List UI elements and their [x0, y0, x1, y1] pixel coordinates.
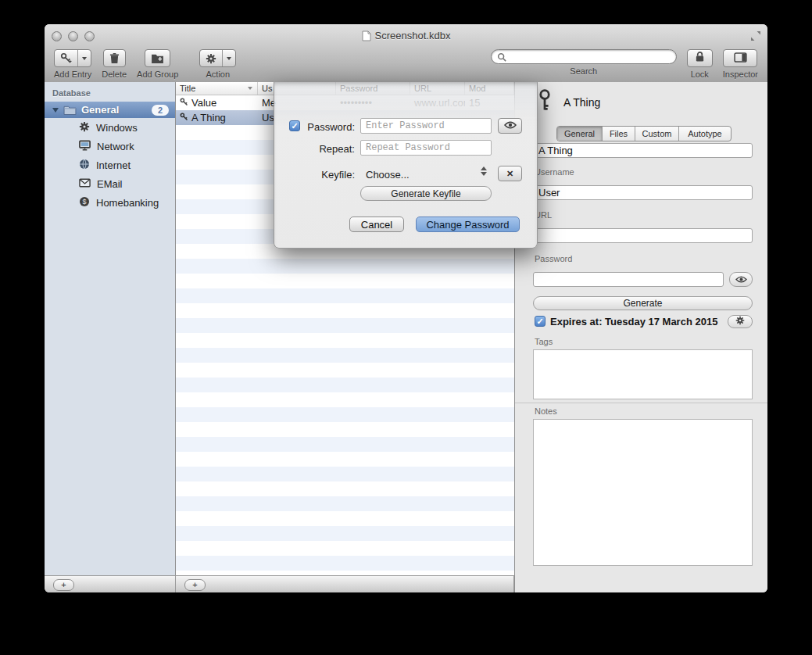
generate-keyfile-button[interactable]: Generate Keyfile — [360, 186, 492, 201]
folder-icon — [63, 105, 77, 115]
sidebar-section-header: Database — [52, 88, 175, 98]
lock-button[interactable]: Lock — [687, 49, 713, 79]
list-row-empty[interactable] — [176, 333, 514, 348]
tab-autotype[interactable]: Autotype — [679, 127, 731, 141]
sheet-repeat-label: Repeat: — [300, 143, 355, 155]
show-password-button[interactable] — [729, 272, 753, 287]
expires-checkbox[interactable]: ✓ — [535, 316, 546, 327]
eye-icon — [735, 274, 747, 285]
add-group-label: Add Group — [137, 70, 178, 79]
sort-arrow-icon — [248, 87, 252, 90]
show-password-button[interactable] — [498, 118, 522, 134]
tab-custom[interactable]: Custom — [635, 127, 679, 141]
key-icon — [180, 97, 188, 109]
list-row-empty[interactable] — [176, 348, 514, 363]
disclosure-triangle-icon[interactable] — [52, 108, 59, 113]
fullscreen-icon[interactable] — [750, 30, 761, 41]
list-row-empty[interactable] — [176, 303, 514, 318]
sidebar-item-windows[interactable]: Windows — [45, 118, 175, 137]
list-row-empty[interactable] — [176, 511, 514, 526]
search-field[interactable] — [491, 49, 677, 64]
list-row-empty[interactable] — [176, 288, 514, 303]
sidebar-item-network[interactable]: Network — [45, 137, 175, 156]
url-field[interactable] — [533, 228, 753, 243]
username-label: Username — [535, 167, 574, 177]
envelope-icon — [79, 178, 91, 190]
entry-title: A Thing — [191, 112, 226, 123]
change-password-button[interactable]: Change Password — [416, 217, 520, 232]
list-row-empty[interactable] — [176, 392, 514, 407]
list-row-empty[interactable] — [176, 481, 514, 496]
sheet-repeat-input[interactable] — [360, 140, 492, 156]
expires-settings-button[interactable] — [728, 315, 753, 328]
key-icon — [538, 89, 551, 115]
list-row-empty[interactable] — [176, 556, 514, 571]
tags-label: Tags — [535, 337, 553, 346]
tags-field[interactable] — [533, 349, 753, 399]
tab-files[interactable]: Files — [603, 127, 635, 141]
list-row-empty[interactable] — [176, 318, 514, 333]
list-row-empty[interactable] — [176, 407, 514, 422]
sidebar-item-internet[interactable]: Internet — [45, 156, 175, 174]
username-field[interactable] — [533, 185, 753, 200]
list-row-empty[interactable] — [176, 274, 514, 288]
inspector-entry-title: A Thing — [563, 96, 600, 109]
lock-label: Lock — [691, 70, 709, 79]
sidebar-item-label: Internet — [96, 159, 131, 171]
inspector-divider — [515, 403, 767, 403]
sidebar: Database General 2 Windows Network Inter… — [45, 82, 176, 575]
notes-field[interactable] — [533, 419, 753, 566]
generate-password-button[interactable]: Generate — [533, 296, 753, 310]
tab-general[interactable]: General — [557, 127, 603, 141]
list-row-empty[interactable] — [176, 378, 514, 392]
window-title: Screenshot.kdbx — [45, 30, 767, 41]
key-icon — [180, 112, 188, 123]
sheet-password-input[interactable] — [360, 118, 492, 134]
notes-label: Notes — [535, 406, 557, 416]
screen: Screenshot.kdbx Add Entry Delete — [0, 0, 812, 655]
key-icon — [55, 50, 77, 66]
action-label: Action — [206, 70, 231, 79]
list-row-empty[interactable] — [176, 452, 514, 467]
password-label: Password — [535, 254, 572, 263]
chevron-down-icon[interactable] — [77, 50, 91, 66]
sidebar-item-email[interactable]: EMail — [45, 174, 175, 193]
add-entry-button[interactable]: Add Entry — [54, 49, 91, 79]
globe-icon — [79, 159, 90, 172]
cancel-button[interactable]: Cancel — [349, 217, 404, 232]
add-group-plus-button[interactable]: + — [53, 579, 74, 591]
list-row-empty[interactable] — [176, 363, 514, 378]
password-checkbox[interactable]: ✓ — [289, 120, 300, 131]
keyfile-popup[interactable]: Choose... — [366, 169, 410, 181]
list-row-empty[interactable] — [176, 526, 514, 541]
list-row-empty[interactable] — [176, 259, 514, 274]
sidebar-item-homebanking[interactable]: $ Homebanking — [45, 193, 175, 212]
inspector-button[interactable]: Inspector — [723, 49, 758, 79]
sidebar-item-label: EMail — [97, 178, 123, 190]
column-header-title[interactable]: Title — [176, 82, 258, 95]
list-row-empty[interactable] — [176, 422, 514, 437]
list-row-empty[interactable] — [176, 496, 514, 511]
sidebar-item-label: Homebanking — [96, 197, 159, 209]
clear-keyfile-button[interactable]: ✕ — [498, 166, 522, 181]
inspector-label: Inspector — [723, 70, 758, 79]
svg-text:$: $ — [82, 198, 86, 206]
add-entry-plus-button[interactable]: + — [184, 579, 206, 591]
search-area: Search — [491, 49, 677, 76]
inspector-panel-icon — [734, 52, 747, 66]
add-group-button[interactable]: Add Group — [137, 49, 178, 79]
list-row-empty[interactable] — [176, 541, 514, 556]
stepper-arrows-icon[interactable] — [481, 166, 487, 176]
gear-icon — [200, 50, 222, 66]
sidebar-group-general[interactable]: General 2 — [45, 102, 175, 118]
list-row-empty[interactable] — [176, 437, 514, 452]
search-input[interactable] — [510, 51, 671, 63]
delete-button[interactable]: Delete — [102, 49, 127, 79]
add-entry-label: Add Entry — [54, 70, 91, 79]
window-title-text: Screenshot.kdbx — [375, 30, 451, 41]
chevron-down-icon[interactable] — [222, 50, 235, 66]
action-button[interactable]: Action — [199, 49, 236, 79]
password-field[interactable] — [533, 272, 724, 287]
title-field[interactable] — [533, 143, 753, 158]
list-row-empty[interactable] — [176, 467, 514, 481]
